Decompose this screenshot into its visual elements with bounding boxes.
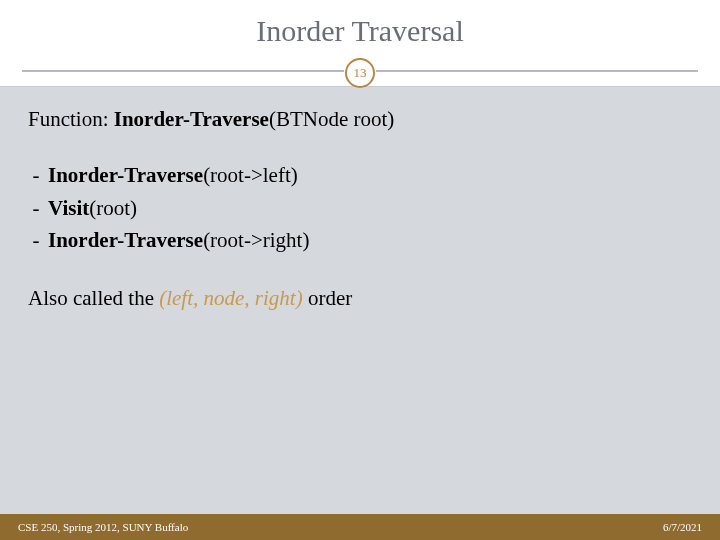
list-item: - Inorder-Traverse(root->left) (28, 161, 692, 189)
slide: Inorder Traversal 13 Function: Inorder-T… (0, 0, 720, 540)
step-bold: Inorder-Traverse (48, 163, 203, 187)
list-item: - Visit(root) (28, 194, 692, 222)
dash-bullet: - (28, 226, 44, 254)
step-bold: Visit (48, 196, 89, 220)
footer-bar: CSE 250, Spring 2012, SUNY Buffalo 6/7/2… (0, 514, 720, 540)
steps-list: - Inorder-Traverse(root->left) - Visit(r… (28, 161, 692, 254)
function-label: Function: (28, 107, 114, 131)
dash-bullet: - (28, 161, 44, 189)
step-text: Visit(root) (48, 194, 137, 222)
step-rest: (root) (89, 196, 137, 220)
footer-date: 6/7/2021 (663, 521, 702, 533)
function-name: Inorder-Traverse (114, 107, 269, 131)
also-emph: (left, node, right) (159, 286, 302, 310)
also-called-line: Also called the (left, node, right) orde… (28, 284, 692, 312)
dash-bullet: - (28, 194, 44, 222)
content-area: Function: Inorder-Traverse(BTNode root) … (0, 87, 720, 313)
function-signature: Function: Inorder-Traverse(BTNode root) (28, 105, 692, 133)
step-bold: Inorder-Traverse (48, 228, 203, 252)
divider-row: 13 (0, 56, 720, 87)
list-item: - Inorder-Traverse(root->right) (28, 226, 692, 254)
page-number-ring: 13 (345, 58, 375, 88)
function-args: (BTNode root) (269, 107, 394, 131)
step-text: Inorder-Traverse(root->right) (48, 226, 309, 254)
footer-course: CSE 250, Spring 2012, SUNY Buffalo (18, 521, 188, 533)
step-rest: (root->left) (203, 163, 298, 187)
title-area: Inorder Traversal (0, 0, 720, 56)
step-text: Inorder-Traverse(root->left) (48, 161, 298, 189)
also-post: order (303, 286, 353, 310)
slide-title: Inorder Traversal (0, 14, 720, 48)
step-rest: (root->right) (203, 228, 309, 252)
also-pre: Also called the (28, 286, 159, 310)
